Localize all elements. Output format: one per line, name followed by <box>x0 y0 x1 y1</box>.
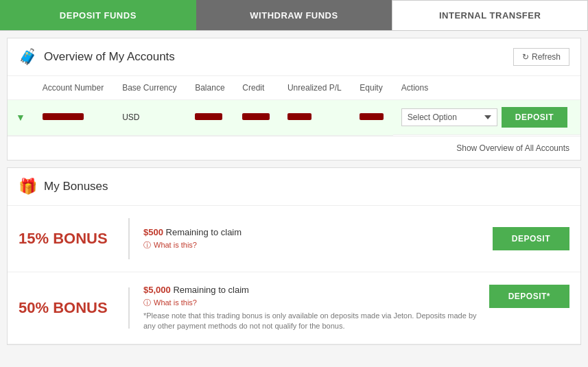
table-row: ▼ USD <box>8 100 580 136</box>
bonus-50-label: 50% BONUS <box>19 299 128 317</box>
tab-withdraw[interactable]: WITHDRAW FUNDS <box>196 0 392 30</box>
bonus-item-50: 50% BONUS $5,000 Remaining to claim ⓘ Wh… <box>8 272 580 345</box>
tab-internal-transfer[interactable]: INTERNAL TRANSFER <box>392 0 588 30</box>
bonus-15-what-label: What is this? <box>154 241 197 249</box>
accounts-header: 🧳 Overview of My Accounts ↻ Refresh <box>8 38 580 76</box>
tab-deposit[interactable]: DEPOSIT FUNDS <box>0 0 196 30</box>
bonus-50-remaining-text: Remaining to claim <box>173 285 249 295</box>
info-icon-2: ⓘ <box>143 298 151 308</box>
row-credit <box>234 100 279 136</box>
bonus-divider-1 <box>128 218 130 259</box>
masked-balance <box>195 113 222 120</box>
refresh-label: Refresh <box>532 52 561 62</box>
top-tabs: DEPOSIT FUNDS WITHDRAW FUNDS INTERNAL TR… <box>0 0 588 31</box>
col-base-currency: Base Currency <box>114 76 187 100</box>
row-balance <box>187 100 234 136</box>
masked-equity <box>360 113 384 120</box>
chevron-down-icon[interactable]: ▼ <box>16 112 25 123</box>
masked-credit <box>242 113 270 120</box>
bonus-50-amount: $5,000 <box>143 285 171 295</box>
row-equity <box>351 100 393 136</box>
col-credit: Credit <box>234 76 279 100</box>
briefcase-icon: 🧳 <box>19 48 37 66</box>
col-equity: Equity <box>351 76 393 100</box>
bonus-15-info: $500 Remaining to claim ⓘ What is this? <box>143 227 493 250</box>
accounts-title: Overview of My Accounts <box>44 50 175 64</box>
bonus-15-amount: $500 <box>143 227 163 237</box>
bonus-50-what-label: What is this? <box>154 298 197 307</box>
col-unrealized-pl: Unrealized P/L <box>279 76 351 100</box>
refresh-button[interactable]: ↻ Refresh <box>513 48 569 66</box>
bonus-50-deposit-button[interactable]: DEPOSIT* <box>489 285 569 308</box>
accounts-header-left: 🧳 Overview of My Accounts <box>19 48 175 66</box>
action-select[interactable]: Select Option <box>401 108 497 126</box>
bonus-50-remaining: $5,000 Remaining to claim <box>143 285 489 295</box>
row-expand[interactable]: ▼ <box>8 100 34 136</box>
show-all-accounts-link[interactable]: Show Overview of All Accounts <box>8 136 580 160</box>
col-account-number <box>8 76 34 100</box>
select-wrapper: Select Option <box>401 108 497 126</box>
bonus-50-note: *Please note that this trading bonus is … <box>143 311 489 332</box>
refresh-icon: ↻ <box>522 52 529 62</box>
bonus-divider-2 <box>128 287 130 329</box>
bonus-15-what-is-this[interactable]: ⓘ What is this? <box>143 240 493 250</box>
col-actions: Actions <box>393 76 580 100</box>
row-unrealized-pl <box>279 100 351 136</box>
bonuses-panel: 🎁 My Bonuses 15% BONUS $500 Remaining to… <box>7 167 581 346</box>
row-currency: USD <box>114 100 187 136</box>
bonus-50-what-is-this[interactable]: ⓘ What is this? <box>143 298 489 308</box>
row-deposit-button[interactable]: DEPOSIT <box>502 107 567 128</box>
bonuses-header-left: 🎁 My Bonuses <box>19 178 108 196</box>
bonus-15-remaining: $500 Remaining to claim <box>143 227 493 237</box>
info-icon-1: ⓘ <box>143 240 151 250</box>
bonus-15-remaining-text: Remaining to claim <box>166 227 242 237</box>
bonuses-title: My Bonuses <box>44 180 108 193</box>
col-account-number-label: Account Number <box>34 76 114 100</box>
bonus-item-15: 15% BONUS $500 Remaining to claim ⓘ What… <box>8 206 580 272</box>
row-actions: Select Option DEPOSIT <box>393 100 580 135</box>
gift-icon: 🎁 <box>19 178 37 196</box>
accounts-table: Account Number Base Currency Balance Cre… <box>8 76 580 136</box>
bonus-15-label: 15% BONUS <box>19 230 128 248</box>
bonuses-header: 🎁 My Bonuses <box>8 168 580 206</box>
bonus-15-deposit-button[interactable]: DEPOSIT <box>493 227 569 250</box>
bonus-50-info: $5,000 Remaining to claim ⓘ What is this… <box>143 285 489 332</box>
accounts-panel: 🧳 Overview of My Accounts ↻ Refresh Acco… <box>7 38 581 161</box>
row-account-number <box>34 100 114 136</box>
masked-account-number <box>43 113 84 120</box>
col-balance: Balance <box>187 76 234 100</box>
masked-unrealized-pl <box>287 113 311 120</box>
